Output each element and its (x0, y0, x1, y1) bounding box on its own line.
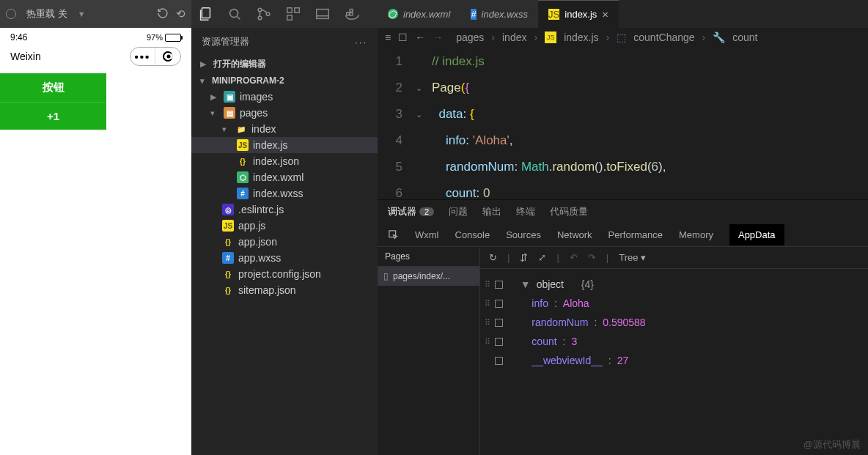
dt-appdata[interactable]: AppData (729, 224, 784, 245)
record-icon[interactable] (6, 9, 16, 19)
close-mp-icon[interactable] (155, 48, 180, 65)
more-actions-icon[interactable]: ··· (355, 37, 367, 48)
docker-icon[interactable] (344, 6, 360, 22)
tab-terminal[interactable]: 终端 (516, 205, 535, 218)
tab-problems[interactable]: 问题 (449, 205, 468, 218)
svg-point-3 (258, 16, 262, 20)
cube-icon: ⬚ (617, 32, 626, 43)
undo-icon[interactable]: ↶ (570, 252, 578, 263)
eslint-icon: ◎ (222, 204, 234, 215)
explorer-title: 资源管理器 (202, 35, 249, 48)
wxml-icon: ⬡ (388, 9, 398, 19)
file-index-wxml[interactable]: ⬡index.wxml (191, 169, 378, 185)
bookmark-icon[interactable]: ☐ (398, 32, 408, 43)
svg-rect-8 (317, 10, 329, 19)
wxss-icon: # (237, 188, 249, 199)
file-index-wxss[interactable]: #index.wxss (191, 185, 378, 201)
js-icon: JS (222, 220, 234, 232)
tab-output[interactable]: 输出 (482, 205, 501, 218)
devtools-tabs: Wxml Console Sources Network Performance… (378, 223, 868, 247)
mode-select[interactable]: Tree ▾ (619, 252, 646, 263)
dt-wxml[interactable]: Wxml (415, 229, 439, 240)
back-icon[interactable]: ⟲ (176, 7, 185, 21)
file-index-json[interactable]: {}index.json (191, 153, 378, 169)
phone-status-bar: 9:46 97% (0, 28, 191, 44)
sim-toolbar: 热重载 关 ▼ ⟲ (0, 0, 191, 28)
file-app-json[interactable]: {}app.json (191, 234, 378, 250)
nav-fwd-icon[interactable]: → (433, 32, 443, 43)
file-app-js[interactable]: JSapp.js (191, 218, 378, 234)
dt-sources[interactable]: Sources (506, 229, 541, 240)
sim-button[interactable]: 按钮 (0, 73, 106, 103)
activity-bar (191, 0, 378, 28)
file-sitemap[interactable]: {}sitemap.json (191, 282, 378, 298)
js-icon: JS (237, 139, 249, 151)
expand-icon[interactable]: ⇵ (520, 252, 528, 263)
hot-reload-label[interactable]: 热重载 关 (26, 7, 67, 21)
tab-debugger[interactable]: 调试器2 (388, 205, 434, 218)
json-icon: {} (222, 236, 234, 248)
project-root[interactable]: ▾MINIPROGRAM-2 (191, 73, 378, 89)
svg-rect-0 (202, 8, 210, 18)
js-icon: JS (548, 9, 559, 20)
tab-quality[interactable]: 代码质量 (550, 205, 588, 218)
app-title: Weixin (10, 51, 41, 62)
reload-icon[interactable]: ↻ (489, 252, 497, 263)
tab-wxml[interactable]: ⬡index.wxml (378, 0, 460, 28)
folder-pages[interactable]: ▾▤pages (191, 105, 378, 121)
file-eslintrc[interactable]: ◎.eslintrc.js (191, 201, 378, 218)
json-icon: {} (222, 268, 234, 280)
files-icon[interactable] (197, 6, 213, 22)
panel-icon[interactable] (315, 6, 331, 22)
sim-plus-button[interactable]: +1 (0, 103, 106, 130)
tab-wxss[interactable]: #index.wxss (460, 0, 538, 28)
json-icon: {} (237, 155, 249, 167)
svg-rect-7 (287, 15, 292, 20)
clock: 9:46 (10, 32, 27, 42)
breadcrumb[interactable]: ≡ ☐ ← → pages› index› JS index.js› ⬚ cou… (378, 28, 868, 47)
redo-icon[interactable]: ↷ (588, 252, 596, 263)
svg-rect-5 (287, 8, 292, 12)
tab-js[interactable]: JSindex.js× (538, 0, 619, 28)
wxml-icon: ⬡ (237, 171, 249, 183)
ext-icon[interactable] (285, 6, 301, 22)
mini-program-nav: Weixin ••• (0, 44, 191, 73)
folder-index[interactable]: ▾📁index (191, 121, 378, 137)
svg-rect-9 (347, 12, 350, 15)
pages-folder-icon: ▤ (224, 107, 235, 119)
inspect-icon[interactable] (388, 229, 399, 240)
search-icon[interactable] (227, 6, 243, 22)
file-index-js[interactable]: JSindex.js (191, 137, 378, 153)
folder-images[interactable]: ▶▣images (191, 89, 378, 105)
collapse-icon[interactable]: ⤢ (538, 252, 546, 263)
page-item[interactable]: ▯pages/index/... (378, 267, 479, 286)
svg-rect-10 (350, 12, 353, 15)
dt-perf[interactable]: Performance (608, 229, 663, 240)
svg-rect-12 (389, 231, 396, 237)
editor-tabs: ⬡index.wxml #index.wxss JSindex.js× (378, 0, 868, 28)
appdata-tree[interactable]: ⠿ ▼ object {4} ⠿ info : Aloha ⠿ randomNu… (480, 269, 868, 376)
code-editor[interactable]: 123456 ⌄⌄ // index.js Page({ data: { inf… (378, 47, 868, 199)
wrench-icon: 🔧 (713, 32, 725, 43)
file-app-wxss[interactable]: #app.wxss (191, 250, 378, 266)
list-icon[interactable]: ≡ (385, 32, 391, 43)
nav-back-icon[interactable]: ← (415, 32, 425, 43)
dt-console[interactable]: Console (455, 229, 490, 240)
js-icon: JS (545, 32, 556, 43)
dt-memory[interactable]: Memory (679, 229, 713, 240)
svg-rect-6 (295, 8, 299, 12)
more-icon[interactable]: ••• (130, 48, 155, 65)
wxss-icon: # (222, 252, 234, 264)
git-icon[interactable] (256, 6, 272, 22)
file-project-config[interactable]: {}project.config.json (191, 266, 378, 282)
capsule[interactable]: ••• (130, 47, 181, 66)
open-editors-section[interactable]: ▶打开的编辑器 (191, 56, 378, 73)
dt-network[interactable]: Network (557, 229, 592, 240)
image-folder-icon: ▣ (224, 91, 235, 103)
folder-icon: 📁 (235, 123, 247, 135)
refresh-icon[interactable] (157, 7, 169, 21)
close-icon[interactable]: × (602, 8, 608, 21)
file-icon: ▯ (383, 271, 389, 281)
panel-tabs: 调试器2 问题 输出 终端 代码质量 (378, 200, 868, 223)
watermark: @源代码博晨 (803, 438, 861, 451)
